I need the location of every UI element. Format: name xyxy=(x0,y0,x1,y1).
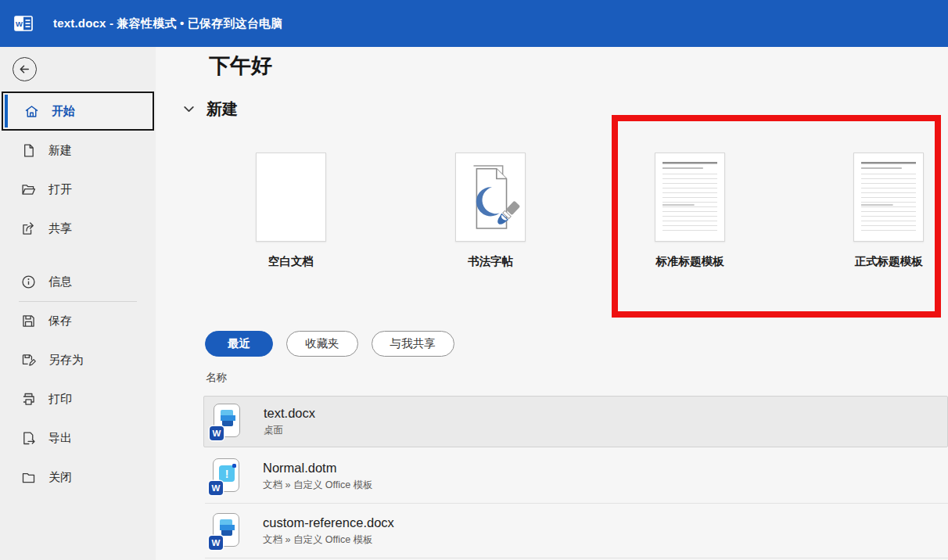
info-icon xyxy=(20,274,37,290)
new-document-icon xyxy=(20,142,37,159)
close-folder-icon xyxy=(20,469,37,486)
sidebar-item-close[interactable]: 关闭 xyxy=(2,458,154,497)
file-name: custom-reference.docx xyxy=(263,515,394,530)
app-icon-letter: W xyxy=(16,20,23,28)
file-filter-tabs: 最近 收藏夹 与我共享 xyxy=(205,331,454,357)
file-location: 桌面 xyxy=(264,424,315,437)
word-app-icon: W xyxy=(13,13,34,34)
file-name: Normal.dotm xyxy=(263,461,373,476)
sidebar-item-export[interactable]: 导出 xyxy=(2,418,154,458)
back-button[interactable] xyxy=(13,57,37,81)
template-label: 标准标题模板 xyxy=(656,254,724,269)
sidebar-item-info[interactable]: 信息 xyxy=(2,262,154,301)
home-icon xyxy=(23,103,40,120)
sidebar-item-label: 保存 xyxy=(48,314,72,328)
sidebar-item-save[interactable]: 保存 xyxy=(2,301,154,340)
template-card-calligraphy[interactable]: 书法字帖 xyxy=(455,153,526,242)
sidebar-item-label: 信息 xyxy=(48,275,72,289)
sidebar-item-home[interactable]: 开始 xyxy=(2,92,154,131)
word-badge: W xyxy=(209,481,223,495)
word-dotm-icon: ! W xyxy=(210,458,242,495)
backstage-sidebar: 开始 新建 打开 共享 信息 保存 xyxy=(0,47,156,560)
file-row-normal-dotm[interactable]: ! W Normal.dotm 文档 » 自定义 Office 模板 xyxy=(203,451,948,502)
save-icon xyxy=(20,313,37,329)
sidebar-item-label: 关闭 xyxy=(48,470,72,485)
word-badge: W xyxy=(209,536,223,550)
row-divider xyxy=(205,503,948,504)
new-section-label: 新建 xyxy=(206,99,238,120)
template-label: 空白文档 xyxy=(268,254,314,269)
template-card-blank-document[interactable]: 空白文档 xyxy=(256,153,326,242)
sidebar-item-share[interactable]: 共享 xyxy=(2,209,154,248)
greeting-heading: 下午好 xyxy=(209,52,272,80)
save-as-icon xyxy=(20,352,37,368)
export-icon xyxy=(20,430,37,447)
sidebar-item-new[interactable]: 新建 xyxy=(2,131,154,170)
sidebar-item-label: 打开 xyxy=(48,182,72,197)
title-bar: W text.docx - 兼容性模式 • 已保存到这台电脑 xyxy=(0,0,948,47)
sidebar-item-label: 新建 xyxy=(48,143,72,158)
file-name: text.docx xyxy=(264,406,315,421)
template-label: 正式标题模板 xyxy=(855,254,923,269)
blank-document-thumbnail xyxy=(256,153,326,242)
back-arrow-icon xyxy=(17,62,32,77)
chevron-down-icon[interactable] xyxy=(182,102,196,116)
word-docx-icon: W xyxy=(210,403,243,440)
new-section-header: 新建 xyxy=(182,99,238,120)
word-badge: W xyxy=(210,426,224,440)
sidebar-item-label: 另存为 xyxy=(48,353,84,368)
file-location: 文档 » 自定义 Office 模板 xyxy=(263,479,373,492)
file-location: 文档 » 自定义 Office 模板 xyxy=(263,533,394,547)
standard-title-thumbnail xyxy=(655,153,725,242)
sidebar-item-label: 共享 xyxy=(48,221,72,236)
template-card-formal-title[interactable]: 正式标题模板 xyxy=(853,153,924,242)
file-row-text-docx[interactable]: W text.docx 桌面 xyxy=(203,396,948,447)
template-label: 书法字帖 xyxy=(468,254,513,269)
calligraphy-thumbnail xyxy=(455,153,526,242)
tab-shared-with-me[interactable]: 与我共享 xyxy=(372,331,454,357)
open-folder-icon xyxy=(20,181,37,198)
share-icon xyxy=(20,221,37,237)
sidebar-item-save-as[interactable]: 另存为 xyxy=(2,340,154,379)
tab-pinned[interactable]: 收藏夹 xyxy=(286,331,358,357)
word-docx-icon: W xyxy=(210,512,242,550)
sidebar-item-label: 导出 xyxy=(48,431,72,446)
print-icon xyxy=(20,391,37,407)
file-row-custom-reference-docx[interactable]: W custom-reference.docx 文档 » 自定义 Office … xyxy=(203,505,948,557)
formal-title-thumbnail xyxy=(853,153,924,242)
sidebar-item-label: 打印 xyxy=(48,392,72,407)
template-card-standard-title[interactable]: 标准标题模板 xyxy=(655,153,725,242)
window-title: text.docx - 兼容性模式 • 已保存到这台电脑 xyxy=(53,16,282,31)
sidebar-item-label: 开始 xyxy=(52,104,75,119)
tab-recent[interactable]: 最近 xyxy=(205,331,273,357)
sidebar-item-open[interactable]: 打开 xyxy=(2,170,154,209)
sidebar-item-print[interactable]: 打印 xyxy=(2,379,154,418)
row-divider xyxy=(205,558,948,558)
name-column-header: 名称 xyxy=(206,371,227,385)
